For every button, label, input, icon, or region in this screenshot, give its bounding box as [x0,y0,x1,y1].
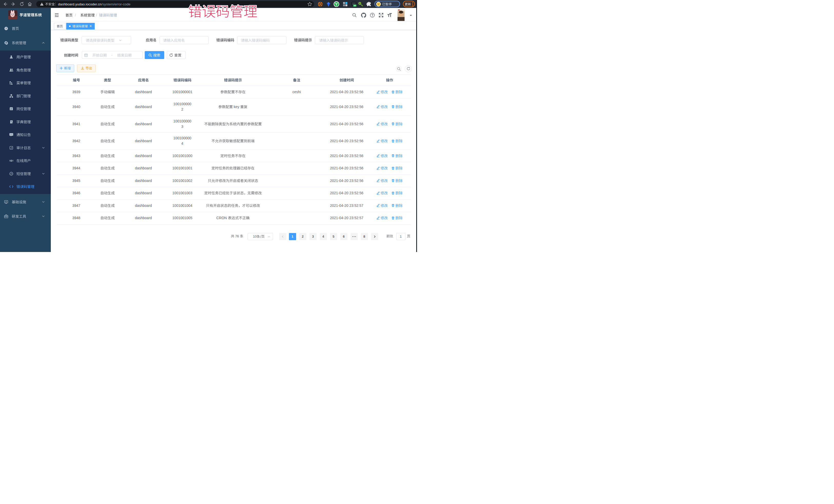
svg-text:on: on [354,5,356,6]
